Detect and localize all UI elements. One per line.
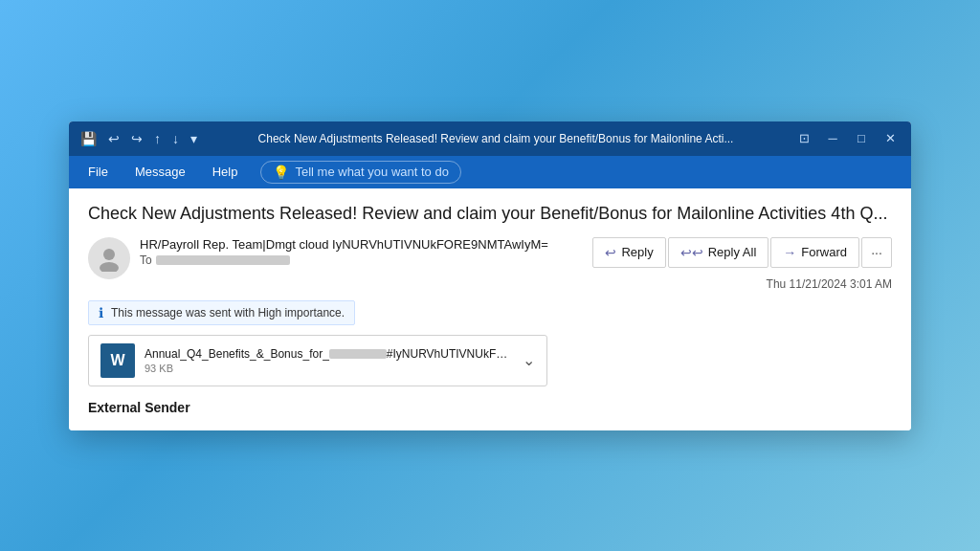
- attachment-name-suffix: #IyNURVhUTIVNUkFORE9NNDUjIw==.docx: [387, 347, 515, 361]
- lightbulb-icon: 💡: [273, 165, 289, 180]
- tell-me-search[interactable]: 💡 Tell me what you want to do: [260, 161, 460, 184]
- undo-icon[interactable]: ↩: [104, 129, 123, 148]
- redo-icon[interactable]: ↪: [127, 129, 146, 148]
- save-icon[interactable]: 💾: [77, 129, 100, 148]
- word-icon: W: [100, 343, 135, 378]
- reply-all-icon: ↩↩: [680, 245, 703, 260]
- email-header-row: HR/Payroll Rep. Team|Dmgt cloud IyNURVhU…: [88, 237, 892, 291]
- menu-bar: File Message Help 💡 Tell me what you wan…: [69, 156, 911, 188]
- recipient-line: To: [140, 253, 548, 267]
- importance-text: This message was sent with High importan…: [111, 306, 345, 320]
- attachment-name-redacted: [329, 349, 387, 359]
- action-buttons: ↩ Reply ↩↩ Reply All → Forward ···: [592, 237, 892, 268]
- window-title: Check New Adjustments Released! Review a…: [207, 132, 785, 145]
- reply-all-label: Reply All: [708, 245, 757, 259]
- reply-icon: ↩: [605, 245, 616, 260]
- email-subject: Check New Adjustments Released! Review a…: [88, 204, 892, 224]
- attachment-card[interactable]: W Annual_Q4_Benefits_&_Bonus_for_#IyNURV…: [88, 335, 547, 386]
- svg-point-0: [103, 249, 115, 260]
- external-sender-label: External Sender: [88, 400, 892, 415]
- reply-label: Reply: [621, 245, 653, 259]
- importance-banner: ℹ This message was sent with High import…: [88, 300, 355, 325]
- menu-file[interactable]: File: [77, 161, 120, 183]
- up-icon[interactable]: ↑: [150, 129, 165, 148]
- to-label: To: [140, 253, 152, 267]
- info-icon: ℹ: [99, 305, 103, 320]
- reply-button[interactable]: ↩ Reply: [592, 237, 665, 268]
- reply-all-button[interactable]: ↩↩ Reply All: [668, 237, 769, 268]
- sender-info: HR/Payroll Rep. Team|Dmgt cloud IyNURVhU…: [140, 237, 548, 267]
- outlook-window: 💾 ↩ ↪ ↑ ↓ ▾ Check New Adjustments Releas…: [69, 121, 911, 430]
- more-options-button[interactable]: ···: [861, 237, 892, 268]
- sender-name: HR/Payroll Rep. Team|Dmgt cloud IyNURVhU…: [140, 237, 548, 252]
- title-bar-controls: 💾 ↩ ↪ ↑ ↓ ▾: [77, 129, 201, 148]
- recipient-redacted: [156, 255, 290, 265]
- box-button[interactable]: ⊡: [791, 125, 817, 152]
- forward-label: Forward: [801, 245, 847, 259]
- svg-point-1: [100, 262, 119, 272]
- dropdown-icon[interactable]: ▾: [187, 129, 201, 148]
- email-date: Thu 11/21/2024 3:01 AM: [767, 277, 892, 291]
- menu-help[interactable]: Help: [201, 161, 250, 183]
- sender-avatar: [88, 237, 130, 279]
- attachment-info: Annual_Q4_Benefits_&_Bonus_for_#IyNURVhU…: [145, 347, 515, 374]
- attachment-name: Annual_Q4_Benefits_&_Bonus_for_#IyNURVhU…: [145, 347, 515, 361]
- attachment-area: W Annual_Q4_Benefits_&_Bonus_for_#IyNURV…: [88, 335, 892, 386]
- menu-message[interactable]: Message: [123, 161, 197, 183]
- close-button[interactable]: ✕: [877, 125, 903, 152]
- email-content-area: Check New Adjustments Released! Review a…: [69, 188, 911, 430]
- down-icon[interactable]: ↓: [168, 129, 183, 148]
- sender-section: HR/Payroll Rep. Team|Dmgt cloud IyNURVhU…: [88, 237, 548, 279]
- title-bar: 💾 ↩ ↪ ↑ ↓ ▾ Check New Adjustments Releas…: [69, 121, 911, 156]
- right-section: ↩ Reply ↩↩ Reply All → Forward ··· Thu 1…: [592, 237, 892, 291]
- minimize-button[interactable]: ─: [819, 125, 846, 152]
- chevron-down-icon: ⌄: [523, 351, 535, 369]
- tell-me-text: Tell me what you want to do: [295, 165, 448, 179]
- attachment-name-prefix: Annual_Q4_Benefits_&_Bonus_for_: [145, 347, 329, 361]
- attachment-size: 93 KB: [145, 363, 515, 374]
- forward-icon: →: [783, 245, 796, 260]
- forward-button[interactable]: → Forward: [770, 237, 859, 268]
- maximize-button[interactable]: □: [848, 125, 875, 152]
- window-controls: ⊡ ─ □ ✕: [791, 125, 903, 152]
